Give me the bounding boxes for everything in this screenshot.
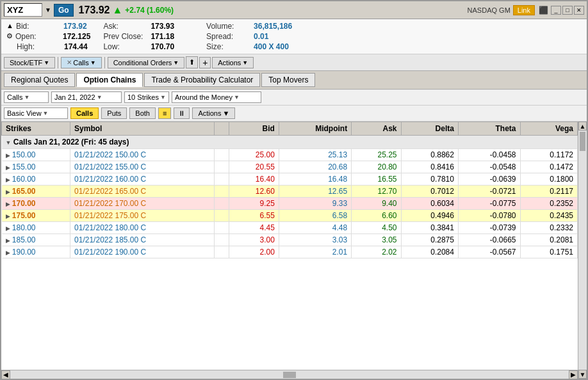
cell-actions (215, 234, 229, 246)
row-expand-icon[interactable]: ▶ (6, 164, 10, 171)
cell-ask: 3.05 (352, 234, 401, 246)
table-row[interactable]: ▶ 170.00 01/21/2022 170.00 C 9.25 9.33 9… (2, 198, 578, 210)
symbol-value: 01/21/2022 170.00 C (74, 199, 146, 208)
scroll-down-arrow[interactable]: ▼ (578, 370, 587, 379)
col-header-strikes: Strikes (2, 122, 70, 136)
type-dropdown-icon: ▼ (24, 94, 29, 100)
cell-delta: 0.3841 (401, 222, 458, 234)
row-expand-icon[interactable]: ▶ (6, 225, 10, 232)
row-expand-icon[interactable]: ▶ (6, 213, 10, 219)
option-type-select[interactable]: Calls ▼ (4, 91, 49, 103)
cell-midpoint: 3.03 (279, 234, 351, 246)
minimize-button[interactable]: _ (551, 6, 561, 15)
strike-value: 185.00 (12, 235, 36, 244)
row-expand-icon[interactable]: ▶ (6, 189, 10, 195)
scroll-left-arrow[interactable]: ◀ (1, 370, 10, 379)
table-row[interactable]: ▶ 150.00 01/21/2022 150.00 C 25.00 25.13… (2, 149, 578, 161)
option-chain-table-container[interactable]: Strikes Symbol Bid Midpoint Ask Delta Th… (1, 122, 578, 370)
strike-value: 175.00 (12, 211, 36, 220)
col-header-bid: Bid (229, 122, 279, 136)
tab-trade-probability[interactable]: Trade & Probability Calculator (144, 73, 260, 87)
scroll-right-arrow[interactable]: ▶ (569, 370, 578, 379)
cell-bid: 12.60 (229, 186, 279, 198)
tab-option-chains[interactable]: Option Chains (76, 73, 143, 87)
table-row[interactable]: ▶ 190.00 01/21/2022 190.00 C 2.00 2.01 2… (2, 246, 578, 258)
row-expand-icon[interactable]: ▶ (6, 152, 10, 159)
cell-vega: 0.2435 (520, 210, 577, 222)
link-button[interactable]: Link (513, 5, 535, 15)
stock-etf-button[interactable]: Stock/ETF ▼ (4, 57, 55, 68)
row-expand-icon[interactable]: ▶ (6, 249, 10, 256)
cell-delta: 0.6034 (401, 198, 458, 210)
cell-midpoint: 16.48 (279, 173, 351, 186)
restore-icon[interactable]: ⬛ (539, 6, 548, 15)
cell-actions (215, 198, 229, 210)
vertical-scrollbar[interactable]: ▲ ▼ (578, 122, 587, 379)
cell-actions (215, 246, 229, 258)
cell-strike: ▶ 165.00 (2, 186, 70, 198)
symbol-value: 01/21/2022 175.00 C (74, 211, 146, 220)
add-tab-button[interactable]: + (199, 57, 211, 68)
puts-view-button[interactable]: Puts (101, 107, 127, 119)
tab-top-movers[interactable]: Top Movers (261, 73, 315, 87)
scroll-h-thumb[interactable] (283, 372, 296, 378)
section-header-text: Calls Jan 21, 2022 (Fri: 45 days) (13, 138, 129, 146)
row-expand-icon[interactable]: ▶ (6, 177, 10, 183)
view-dropdown-icon: ▼ (43, 110, 49, 116)
calls-close-icon[interactable]: ✕ (67, 59, 72, 66)
cell-actions (215, 186, 229, 198)
symbol-value: 01/21/2022 165.00 C (74, 187, 146, 196)
table-area: Strikes Symbol Bid Midpoint Ask Delta Th… (1, 122, 578, 379)
strike-value: 150.00 (12, 150, 36, 159)
sort-icon-button[interactable]: ⬆ (186, 56, 198, 68)
section-collapse-icon[interactable]: ▼ (6, 139, 12, 146)
cell-theta: -0.0567 (458, 246, 520, 258)
table-row[interactable]: ▶ 180.00 01/21/2022 180.00 C 4.45 4.48 4… (2, 222, 578, 234)
chain-actions-dropdown-icon: ▼ (222, 109, 229, 117)
scroll-v-thumb[interactable] (580, 132, 585, 151)
row-expand-icon[interactable]: ▶ (6, 201, 10, 207)
conditional-orders-button[interactable]: Conditional Orders ▼ (108, 57, 185, 68)
go-button[interactable]: Go (54, 4, 74, 17)
table-row[interactable]: ▶ 160.00 01/21/2022 160.00 C 16.40 16.48… (2, 173, 578, 186)
cell-symbol: 01/21/2022 175.00 C (70, 210, 215, 222)
expiration-date-select[interactable]: Jan 21, 2022 ▼ (51, 91, 122, 103)
table-row[interactable]: ▶ 185.00 01/21/2022 185.00 C 3.00 3.03 3… (2, 234, 578, 246)
cell-vega: 0.1472 (520, 161, 577, 173)
actions-dropdown-icon: ▼ (242, 59, 248, 66)
tab-regional-quotes[interactable]: Regional Quotes (4, 73, 75, 87)
cell-theta: -0.0721 (458, 186, 520, 198)
table-row[interactable]: ▶ 155.00 01/21/2022 155.00 C 20.55 20.68… (2, 161, 578, 173)
view-select[interactable]: Basic View ▼ (4, 107, 68, 119)
actions-toolbar-button[interactable]: Actions ▼ (212, 57, 254, 68)
conditional-orders-dropdown-icon: ▼ (173, 59, 179, 66)
calls-button[interactable]: ✕ Calls ▼ (61, 57, 101, 68)
strikes-select[interactable]: 10 Strikes ▼ (124, 91, 169, 103)
section-header-row: ▼ Calls Jan 21, 2022 (Fri: 45 days) (2, 136, 578, 149)
range-select[interactable]: Around the Money ▼ (172, 91, 261, 103)
layout-columns-button[interactable]: ⏸ (174, 107, 190, 119)
both-view-button[interactable]: Both (129, 107, 156, 119)
table-row[interactable]: ▶ 165.00 01/21/2022 165.00 C 12.60 12.65… (2, 186, 578, 198)
maximize-button[interactable]: □ (562, 6, 573, 15)
calls-view-button[interactable]: Calls (70, 107, 99, 119)
cell-actions (215, 173, 229, 186)
cell-strike: ▶ 175.00 (2, 210, 70, 222)
table-row[interactable]: ▶ 175.00 01/21/2022 175.00 C 6.55 6.58 6… (2, 210, 578, 222)
layout-rows-button[interactable]: ≡ (158, 107, 171, 119)
symbol-value: 01/21/2022 160.00 C (74, 175, 146, 184)
close-button[interactable]: ✕ (574, 6, 584, 15)
chain-actions-button[interactable]: Actions ▼ (192, 107, 235, 119)
cell-delta: 0.7810 (401, 173, 458, 186)
cell-strike: ▶ 170.00 (2, 198, 70, 210)
symbol-value: 01/21/2022 185.00 C (74, 235, 146, 244)
cell-actions (215, 161, 229, 173)
ticker-dropdown-arrow[interactable]: ▼ (45, 6, 51, 13)
cell-strike: ▶ 155.00 (2, 161, 70, 173)
horizontal-scrollbar[interactable]: ◀ ▶ (1, 370, 578, 379)
ask-value: 173.93 (151, 22, 174, 31)
cell-ask: 16.55 (352, 173, 401, 186)
scroll-up-arrow[interactable]: ▲ (578, 122, 587, 131)
ticker-input[interactable] (4, 3, 42, 17)
row-expand-icon[interactable]: ▶ (6, 237, 10, 244)
